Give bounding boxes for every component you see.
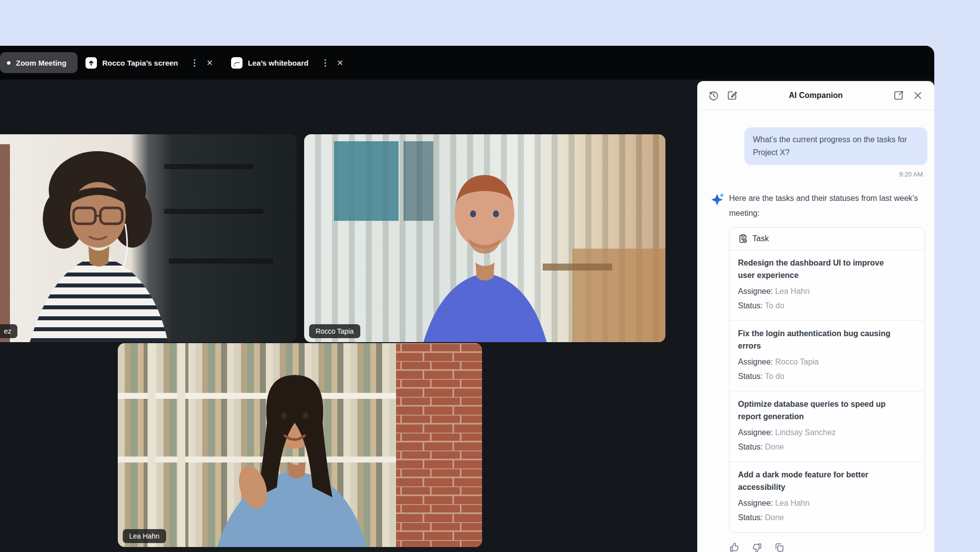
tab-label: Zoom Meeting [16, 59, 67, 67]
tab-lea-whiteboard[interactable]: Lea’s whiteboard [231, 57, 309, 69]
task-card-header: Task [730, 228, 924, 250]
task-item: Redesign the dashboard UI to improve use… [730, 250, 924, 320]
response-feedback-row [729, 542, 934, 552]
task-assignee: Assignee: Lea Hahn [738, 284, 916, 298]
thumbs-up-icon[interactable] [729, 542, 740, 552]
video-tile-lea-hahn[interactable]: Lea Hahn [118, 343, 482, 547]
task-assignee: Assignee: Lea Hahn [738, 496, 916, 510]
task-title: Optimize database queries to speed up re… [738, 398, 891, 423]
tab-options-kebab-icon[interactable] [321, 56, 330, 70]
task-item: Fix the login authentication bug causing… [730, 320, 924, 391]
tab-label: Rocco Tapia’s screen [102, 59, 178, 67]
close-panel-icon[interactable] [912, 90, 923, 101]
whiteboard-icon [231, 57, 243, 69]
tab-options-kebab-icon[interactable] [190, 56, 199, 70]
task-item: Add a dark mode feature for better acces… [730, 461, 924, 532]
ai-panel-header: AI Companion [697, 81, 934, 110]
tab-zoom-meeting[interactable]: Zoom Meeting [0, 52, 78, 73]
task-card-title: Task [752, 234, 769, 243]
video-feed [118, 343, 482, 547]
name-tag: ez [0, 324, 17, 338]
video-feed [0, 134, 297, 342]
task-title: Fix the login authentication bug causing… [738, 327, 891, 352]
user-message-bubble: What’s the current progress on the tasks… [744, 127, 927, 165]
desktop-background: Zoom Meeting Rocco Tapia’s screen ✕ Lea’… [0, 0, 980, 552]
task-status: Status: To do [738, 369, 916, 383]
pop-out-icon[interactable] [893, 90, 904, 101]
ai-companion-panel: AI Companion What’s the current progress… [697, 81, 934, 552]
tab-rocco-screen[interactable]: Rocco Tapia’s screen [85, 57, 178, 69]
thumbs-down-icon[interactable] [751, 542, 762, 552]
video-tile-participant-sanchez[interactable]: ez [0, 134, 297, 342]
task-item: Optimize database queries to speed up re… [730, 391, 924, 461]
task-assignee: Assignee: Rocco Tapia [738, 355, 916, 369]
tab-close-icon[interactable]: ✕ [333, 56, 347, 70]
task-status: Status: Done [738, 510, 916, 525]
screen-share-icon [85, 57, 97, 69]
name-tag: Lea Hahn [123, 529, 166, 543]
window-tab-bar: Zoom Meeting Rocco Tapia’s screen ✕ Lea’… [0, 46, 934, 80]
task-status: Status: To do [738, 298, 916, 313]
name-tag: Rocco Tapia [309, 324, 360, 338]
copy-icon[interactable] [774, 542, 785, 552]
task-status: Status: Done [738, 440, 916, 454]
ai-response-text: Here are the tasks and their statuses fr… [729, 191, 920, 221]
history-icon[interactable] [708, 90, 719, 101]
new-chat-icon[interactable] [727, 90, 737, 101]
task-assignee: Assignee: Lindsay Sanchez [738, 425, 916, 440]
task-title: Redesign the dashboard UI to improve use… [738, 257, 891, 281]
tab-label: Lea’s whiteboard [248, 59, 309, 67]
video-tile-rocco-tapia[interactable]: Rocco Tapia [304, 134, 665, 342]
task-title: Add a dark mode feature for better acces… [738, 468, 891, 493]
video-feed [304, 134, 665, 342]
active-tab-dot-icon [7, 61, 10, 65]
tab-close-icon[interactable]: ✕ [202, 56, 217, 70]
ai-companion-sparkle-icon [711, 192, 726, 207]
task-card: Task Redesign the dashboard UI to improv… [729, 227, 925, 533]
message-timestamp: 9:20 AM [697, 171, 923, 178]
ai-response: Here are the tasks and their statuses fr… [711, 191, 927, 221]
clipboard-task-icon [738, 234, 748, 244]
